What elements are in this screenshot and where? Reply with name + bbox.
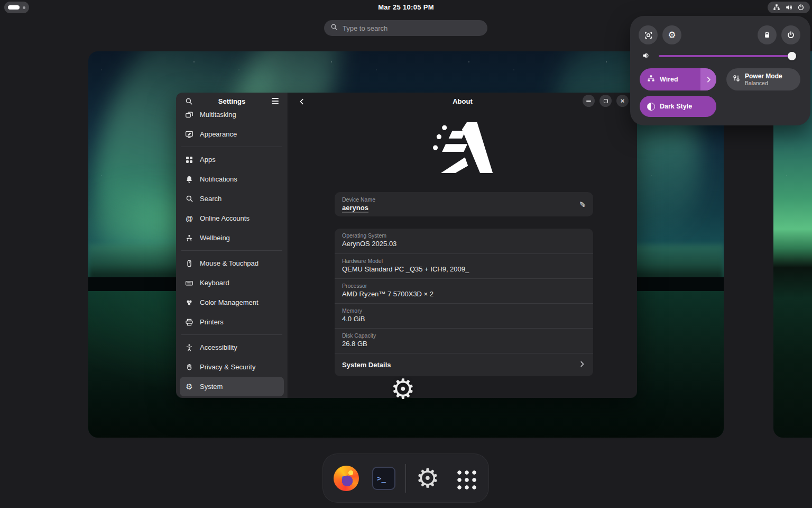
sidebar-item-mouse-touchpad[interactable]: Mouse & Touchpad [180, 253, 284, 273]
volume-icon [642, 51, 650, 62]
wellbeing-icon [185, 234, 193, 242]
sidebar-item-apps[interactable]: Apps [180, 150, 284, 169]
info-value: 4.0 GiB [342, 315, 586, 323]
contrast-icon [647, 103, 655, 111]
about-panel: About × [288, 93, 637, 398]
sidebar-item-system[interactable]: ⚙ System [180, 377, 284, 396]
device-name-card[interactable]: Device Name aerynos ✎ [335, 192, 593, 216]
settings-app-icon-gear[interactable]: ⚙ [391, 375, 416, 403]
sidebar-item-label: Appearance [200, 130, 237, 138]
sidebar-item-label: Color Management [200, 298, 259, 306]
sidebar-item-multitasking[interactable]: Multitasking [180, 110, 284, 124]
keyboard-icon [185, 279, 193, 287]
network-icon [773, 4, 780, 11]
sidebar-item-label: Notifications [200, 175, 237, 183]
volume-icon [785, 4, 792, 11]
search-icon [185, 195, 193, 203]
apps-icon [185, 156, 193, 164]
volume-slider-knob[interactable] [788, 52, 796, 60]
sidebar-item-accessibility[interactable]: Accessibility [180, 338, 284, 357]
mouse-icon [185, 259, 193, 268]
sidebar-divider [181, 250, 282, 251]
maximize-button[interactable] [599, 95, 612, 107]
system-tray[interactable] [768, 2, 810, 13]
sidebar-item-label: Wellbeing [200, 234, 230, 242]
sidebar-item-label: Multitasking [200, 111, 236, 119]
power-mode-title: Power Mode [745, 72, 782, 80]
power-profile-icon [732, 74, 741, 85]
system-details-row[interactable]: System Details [335, 353, 593, 376]
power-mode-tile[interactable]: Power Mode Balanced [726, 68, 800, 90]
info-label: Operating System [342, 232, 586, 239]
sidebar-item-notifications[interactable]: Notifications [180, 169, 284, 189]
color-icon [185, 298, 193, 307]
search-input[interactable] [343, 24, 481, 32]
wired-network-toggle[interactable]: Wired [640, 68, 716, 90]
sidebar-item-online-accounts[interactable]: @ Online Accounts [180, 208, 284, 228]
sidebar-item-label: Search [200, 195, 222, 203]
volume-slider[interactable] [659, 55, 794, 57]
sidebar-item-search[interactable]: Search [180, 189, 284, 208]
device-name-label: Device Name [342, 196, 579, 203]
sidebar-search-button[interactable] [182, 95, 195, 107]
device-name-value[interactable]: aerynos [342, 204, 368, 213]
info-row: Memory 4.0 GiB [335, 303, 593, 328]
close-button[interactable]: × [616, 95, 629, 107]
settings-sidebar: Settings Multitasking Appearance Apps [176, 93, 288, 398]
gear-icon: ⚙ [185, 383, 193, 391]
aerynos-logo [431, 122, 494, 173]
dark-style-label: Dark Style [660, 103, 692, 110]
clock[interactable]: Mar 25 10:05 PM [0, 3, 812, 11]
dark-style-toggle[interactable]: Dark Style [640, 96, 716, 117]
screenshot-button[interactable] [639, 25, 658, 44]
at-sign-icon: @ [185, 214, 193, 223]
terminal-icon[interactable]: >_ [371, 466, 396, 491]
info-label: Memory [342, 307, 586, 314]
search-icon [330, 23, 338, 33]
wired-expand-arrow[interactable] [700, 68, 716, 90]
info-label: Hardware Model [342, 258, 586, 264]
edit-icon[interactable]: ✎ [578, 201, 587, 208]
firefox-icon[interactable] [334, 466, 359, 491]
search-bar[interactable] [324, 20, 487, 36]
info-value: QEMU Standard PC _Q35 + ICH9, 2009_ [342, 265, 586, 273]
sidebar-divider [181, 334, 282, 335]
sidebar-divider [181, 147, 282, 147]
network-icon [647, 75, 655, 85]
sidebar-item-label: Accessibility [200, 343, 237, 351]
info-row: Processor AMD Ryzen™ 7 5700X3D × 2 [335, 278, 593, 303]
bell-icon [185, 175, 193, 184]
settings-dock-icon[interactable]: ⚙ [415, 466, 440, 491]
system-details-label: System Details [342, 361, 391, 369]
dock: >_ ⚙ [322, 453, 489, 503]
power-button[interactable] [781, 25, 800, 44]
sidebar-item-privacy-security[interactable]: Privacy & Security [180, 357, 284, 377]
printer-icon [185, 318, 193, 326]
sidebar-item-label: Online Accounts [200, 214, 250, 222]
desktop-overview: Mar 25 10:05 PM Settings [0, 0, 812, 508]
sidebar-item-printers[interactable]: Printers [180, 312, 284, 332]
terminal-prompt-glyph: >_ [377, 474, 386, 483]
power-mode-subtitle: Balanced [745, 80, 782, 87]
app-grid-icon[interactable] [453, 466, 478, 491]
info-label: Disk Capacity [342, 332, 586, 339]
minimize-button[interactable] [583, 95, 595, 107]
sidebar-item-wellbeing[interactable]: Wellbeing [180, 228, 284, 248]
chevron-right-icon [578, 360, 586, 369]
wired-label: Wired [660, 76, 678, 83]
info-row: Operating System AerynOS 2025.03 [335, 229, 593, 253]
system-info-card: Operating System AerynOS 2025.03 Hardwar… [335, 229, 593, 376]
sidebar-item-color-management[interactable]: Color Management [180, 293, 284, 312]
sidebar-list: Multitasking Appearance Apps Notificatio… [176, 110, 288, 398]
menu-icon[interactable] [269, 95, 281, 107]
info-value: AMD Ryzen™ 7 5700X3D × 2 [342, 290, 586, 298]
sidebar-item-appearance[interactable]: Appearance [180, 124, 284, 144]
appearance-icon [185, 130, 193, 139]
quick-settings-panel: ⚙ Wired Power Mode Balanced Dark Style [630, 16, 810, 125]
sidebar-item-keyboard[interactable]: Keyboard [180, 273, 284, 293]
sidebar-item-label: Apps [200, 156, 216, 164]
info-label: Processor [342, 283, 586, 289]
gear-icon: ⚙ [668, 31, 676, 40]
settings-button[interactable]: ⚙ [662, 25, 681, 44]
lock-button[interactable] [758, 25, 777, 44]
